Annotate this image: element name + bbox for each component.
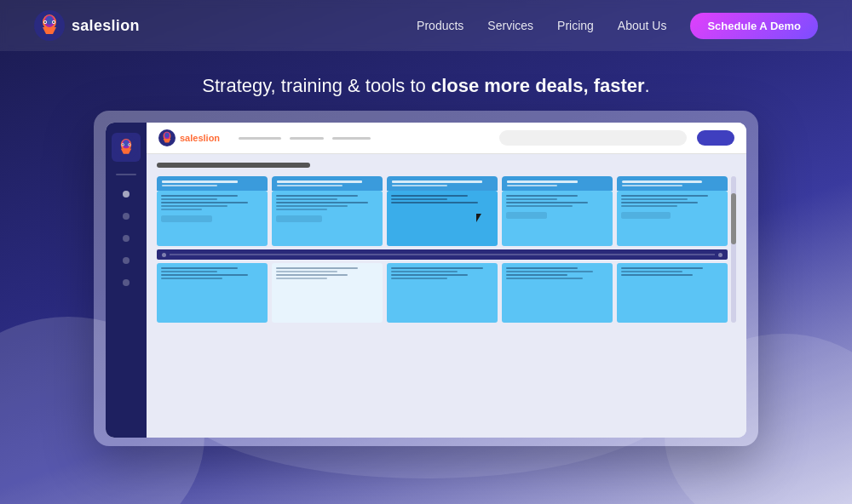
- card-line: [391, 278, 447, 279]
- schedule-demo-button[interactable]: Schedule A Demo: [690, 13, 818, 39]
- brand: saleslion: [34, 10, 140, 41]
- brand-logo-icon: [34, 10, 65, 41]
- card-line: [391, 202, 478, 203]
- card-line: [621, 205, 677, 207]
- kanban-card-2-3[interactable]: [387, 263, 498, 323]
- kanban-col-header-2: [272, 176, 383, 191]
- card-line: [276, 278, 327, 279]
- mock-logo-wrap: [112, 133, 141, 162]
- nav-link-pricing[interactable]: Pricing: [557, 19, 594, 32]
- card-line: [161, 205, 227, 207]
- cursor-area: [391, 205, 493, 222]
- svg-point-12: [124, 140, 129, 146]
- card-line: [161, 271, 217, 272]
- sep-dot-1: [162, 253, 166, 257]
- mock-search-bar[interactable]: [499, 130, 687, 146]
- card-line: [621, 271, 682, 272]
- kanban-card-1-5[interactable]: [617, 191, 728, 246]
- card-line: [161, 195, 238, 197]
- card-line: [506, 271, 593, 272]
- card-line: [391, 267, 483, 269]
- mock-logo-icon: [114, 135, 138, 159]
- mock-nav-line-1: [239, 137, 281, 140]
- card-line: [391, 195, 468, 197]
- kanban-area: [157, 176, 736, 323]
- scrollbar-thumb[interactable]: [731, 193, 736, 244]
- card-line: [276, 267, 358, 269]
- card-line: [276, 271, 337, 272]
- mock-sidebar-nav-2[interactable]: [123, 213, 130, 220]
- kanban-card-2-1[interactable]: [157, 263, 268, 323]
- mock-sidebar-nav-1[interactable]: [123, 191, 130, 198]
- nav-link-services[interactable]: Services: [487, 19, 533, 32]
- mock-nav-line-2: [290, 137, 324, 140]
- mock-sidebar-nav-4[interactable]: [123, 257, 130, 264]
- mock-nav-line-3: [332, 137, 371, 140]
- card-line: [391, 198, 447, 200]
- card-line: [506, 267, 578, 269]
- kanban-scrollbar[interactable]: [731, 176, 736, 323]
- brand-name: saleslion: [72, 17, 140, 35]
- mock-sidebar-nav-3[interactable]: [123, 235, 130, 242]
- kanban-card-1-3[interactable]: [387, 191, 498, 246]
- card-line: [276, 209, 327, 210]
- card-line: [506, 202, 588, 203]
- card-line: [506, 278, 583, 279]
- svg-point-17: [129, 144, 130, 146]
- nav-link-products[interactable]: Products: [417, 19, 463, 32]
- card-footer: [506, 212, 547, 219]
- col-header-line-2: [162, 185, 217, 186]
- card-line: [621, 267, 703, 269]
- card-line: [621, 202, 698, 203]
- svg-point-8: [53, 21, 55, 23]
- card-line: [506, 198, 557, 200]
- svg-point-21: [165, 133, 169, 138]
- kanban-card-1-1[interactable]: [157, 191, 268, 246]
- mock-topbar: saleslion: [147, 123, 746, 154]
- mock-main: saleslion: [147, 123, 746, 438]
- card-line: [161, 274, 248, 276]
- mock-topbar-brand: saleslion: [158, 129, 220, 146]
- card-line: [276, 198, 337, 200]
- sep-dot-2: [718, 253, 722, 257]
- cursor-icon: [476, 214, 485, 222]
- kanban-card-2-2[interactable]: [272, 263, 383, 323]
- hero-tagline: Strategy, training & tools to close more…: [17, 75, 835, 97]
- col-header-line-5: [392, 180, 482, 183]
- mock-content: [147, 154, 746, 438]
- mock-sidebar-nav-5[interactable]: [123, 279, 130, 286]
- card-line: [161, 202, 248, 203]
- svg-point-16: [122, 144, 124, 146]
- card-line: [161, 209, 202, 210]
- card-line: [161, 267, 238, 269]
- col-header-line-1: [162, 180, 238, 183]
- kanban-card-2-5[interactable]: [617, 263, 728, 323]
- kanban-col-header-3: [387, 176, 498, 191]
- kanban-col-header-1: [157, 176, 268, 191]
- card-line: [391, 271, 458, 272]
- kanban-card-1-2[interactable]: [272, 191, 383, 246]
- card-line: [506, 195, 578, 197]
- mock-action-button[interactable]: [697, 130, 734, 146]
- kanban-columns: [157, 176, 728, 323]
- kanban-col-header-5: [617, 176, 728, 191]
- card-line: [621, 195, 708, 197]
- kanban-card-2-4[interactable]: [502, 263, 613, 323]
- nav-link-about[interactable]: About Us: [618, 19, 667, 32]
- sep-line: [170, 254, 715, 255]
- card-line: [276, 195, 358, 197]
- col-header-line-7: [507, 180, 578, 183]
- kanban-separator: [157, 249, 728, 260]
- card-line: [621, 198, 688, 200]
- card-line: [391, 274, 468, 276]
- card-line: [161, 278, 222, 279]
- kanban-col-header-4: [502, 176, 613, 191]
- mock-topbar-brand-name: saleslion: [180, 133, 220, 143]
- mock-sidebar-divider: [116, 174, 136, 175]
- col-header-line-6: [392, 185, 447, 186]
- col-header-line-10: [622, 185, 682, 186]
- svg-point-7: [44, 21, 46, 23]
- kanban-card-1-4[interactable]: [502, 191, 613, 246]
- col-header-line-3: [277, 180, 362, 183]
- mockup-outer-frame: saleslion: [94, 111, 758, 446]
